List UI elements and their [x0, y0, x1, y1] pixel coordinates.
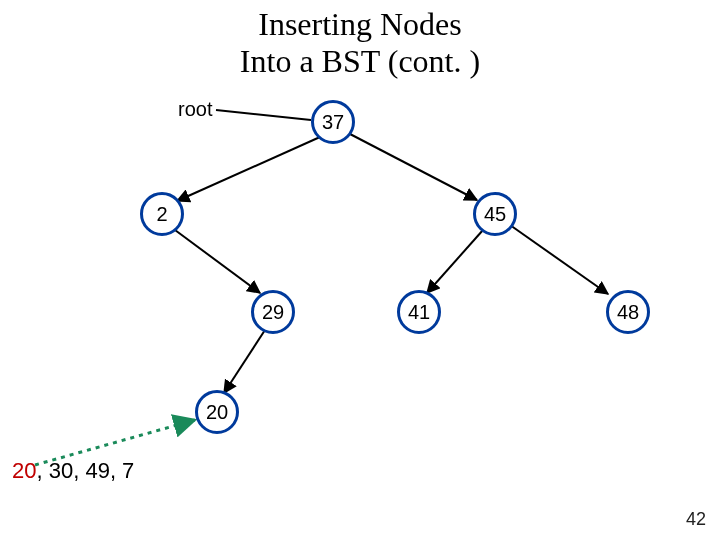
svg-line-2	[350, 134, 477, 200]
node-48-value: 48	[617, 301, 639, 324]
node-2: 2	[140, 192, 184, 236]
node-29: 29	[251, 290, 295, 334]
svg-line-0	[216, 110, 311, 120]
svg-line-6	[224, 330, 265, 393]
title-line-1: Inserting Nodes	[0, 6, 720, 43]
root-label: root	[178, 98, 212, 121]
title-line-2: Into a BST (cont. )	[0, 43, 720, 80]
svg-line-3	[175, 230, 260, 293]
node-37-value: 37	[322, 111, 344, 134]
node-48: 48	[606, 290, 650, 334]
svg-line-4	[427, 230, 483, 293]
node-45-value: 45	[484, 203, 506, 226]
node-41: 41	[397, 290, 441, 334]
node-20-value: 20	[206, 401, 228, 424]
node-29-value: 29	[262, 301, 284, 324]
insert-seq-rest: , 30, 49, 7	[36, 458, 134, 483]
insert-sequence: 20, 30, 49, 7	[12, 458, 134, 484]
node-37: 37	[311, 100, 355, 144]
slide-title: Inserting Nodes Into a BST (cont. )	[0, 6, 720, 80]
node-41-value: 41	[408, 301, 430, 324]
node-20: 20	[195, 390, 239, 434]
node-2-value: 2	[156, 203, 167, 226]
svg-line-5	[510, 225, 608, 294]
node-45: 45	[473, 192, 517, 236]
insert-seq-current: 20	[12, 458, 36, 483]
page-number: 42	[686, 509, 706, 530]
svg-line-1	[177, 137, 320, 201]
